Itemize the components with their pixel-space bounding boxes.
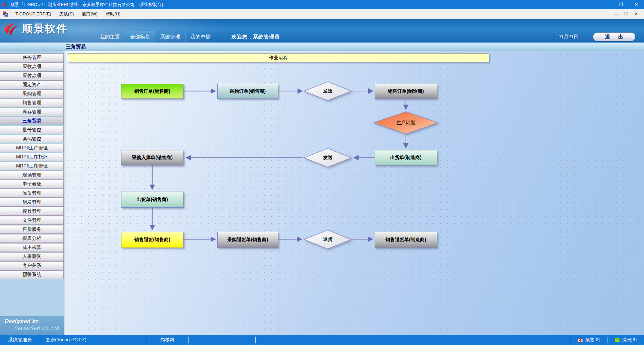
flow-node-sales-return-manufacturer[interactable]: 销售退货单(制造商) — [375, 232, 437, 248]
sidebar-item-17[interactable]: 模具管理 — [0, 207, 64, 216]
sidebar-item-24[interactable]: 预警系统 — [0, 270, 64, 279]
status-message[interactable]: 消息[9] — [607, 337, 644, 343]
company-text: CenterSoft Co.,Ltd. — [4, 326, 60, 331]
tab-all-modules[interactable]: 全部模块 — [125, 31, 155, 43]
flow-node-sales-order-seller[interactable]: 销售订单(销售商) — [121, 84, 183, 99]
sidebar-item-16[interactable]: 研发管理 — [0, 198, 64, 207]
tab-system-management[interactable]: 系统管理 — [155, 31, 185, 43]
sidebar-item-13[interactable]: 现场管理 — [0, 171, 64, 180]
flow-node-shipment-seller[interactable]: 出货单(销售商) — [121, 192, 183, 208]
sidebar-item-23[interactable]: 客户关系 — [0, 261, 64, 270]
sidebar-item-11[interactable]: MRPⅡ工序托外 — [0, 153, 64, 161]
alert-kit-icon — [578, 338, 583, 343]
status-network: 局域网 — [146, 337, 188, 343]
form-icon — [3, 11, 8, 17]
sidebar-item-1[interactable]: 应收款项 — [0, 62, 64, 71]
status-bar: 系统管理员 复杂(Young-PC:FZ) 局域网 预警[2] 消息[9] — [0, 335, 644, 345]
flow-diamond-return[interactable]: 退货 — [304, 230, 352, 249]
menu-item-tgroup-erp[interactable]: T-GROUP ERP(E) — [11, 9, 55, 19]
header-banner: 顺景软件 我的主页 全部模块 系统管理 我的单据 欢迎您，系统管理员 11月21… — [0, 19, 644, 43]
status-machine: 复杂(Young-PC:FZ) — [40, 337, 146, 343]
sidebar-item-10[interactable]: MRPⅡ生产管理 — [0, 144, 64, 152]
brand-swoosh-icon — [3, 22, 19, 36]
breadcrumb: 三角贸易 — [66, 44, 86, 50]
current-date: 11月21日 — [554, 33, 578, 41]
status-user: 系统管理员 — [0, 337, 40, 343]
title-bar: 顺景『T-GROUP』制造业ERP系统 - 东莞顺景软件科技有限公司 - [系统… — [0, 0, 644, 9]
message-envelope-icon — [614, 338, 620, 342]
sidebar-module-list: 账务管理应收款项应付款项固定资产采购管理销售管理库存管理三角贸易批号管控条码管控… — [0, 51, 64, 279]
menu-item-help[interactable]: 帮助(H) — [102, 9, 124, 19]
breadcrumb-bar: 三角贸易 — [0, 43, 644, 51]
flow-diamond-production-plan[interactable]: 生产计划 — [373, 111, 439, 134]
nav-tab-row: 我的主页 全部模块 系统管理 我的单据 欢迎您，系统管理员 11月21日 退 出 — [95, 31, 644, 43]
tab-my-home[interactable]: 我的主页 — [95, 31, 125, 43]
sidebar-item-19[interactable]: 售后服务 — [0, 225, 64, 234]
workflow-title-bar: 作业流程 — [68, 53, 489, 62]
close-icon[interactable]: ✕ — [629, 0, 644, 9]
menu-bar: T-GROUP ERP(E) 皮肤(S) 窗口(W) 帮助(H) — ❐ ✕ — [0, 9, 644, 19]
designed-by-text: Designed by — [4, 318, 60, 324]
menu-item-window[interactable]: 窗口(W) — [78, 9, 102, 19]
mdi-minimize-icon[interactable]: — — [611, 11, 621, 16]
sidebar-item-9[interactable]: 条码管控 — [0, 135, 64, 143]
sidebar: 账务管理应收款项应付款项固定资产采购管理销售管理库存管理三角贸易批号管控条码管控… — [0, 51, 64, 335]
flowchart-canvas: 作业流程 — [64, 51, 644, 335]
sidebar-item-3[interactable]: 固定资产 — [0, 80, 64, 89]
flow-node-purchase-return-seller[interactable]: 采购退货单(销售商) — [217, 232, 278, 248]
flow-node-purchase-receipt-seller[interactable]: 采购入库单(销售商) — [121, 150, 183, 165]
sidebar-item-8[interactable]: 批号管控 — [0, 126, 64, 134]
flow-diamond-send-1[interactable]: 发送 — [304, 81, 352, 101]
sidebar-item-14[interactable]: 电子看板 — [0, 180, 64, 189]
mdi-restore-icon[interactable]: ❐ — [621, 11, 631, 16]
brand-name: 顺景软件 — [22, 22, 68, 36]
sidebar-credit: Designed by CenterSoft Co.,Ltd. — [0, 316, 64, 335]
sidebar-item-18[interactable]: 文件管理 — [0, 216, 64, 225]
sidebar-item-15[interactable]: 品质管理 — [0, 189, 64, 198]
main-area: 账务管理应收款项应付款项固定资产采购管理销售管理库存管理三角贸易批号管控条码管控… — [0, 51, 644, 335]
sidebar-item-7[interactable]: 三角贸易 — [0, 117, 64, 125]
window-title: 顺景『T-GROUP』制造业ERP系统 - 东莞顺景软件科技有限公司 - [系统… — [10, 2, 598, 8]
flow-node-sales-return-seller[interactable]: 销售退货(销售商) — [121, 232, 183, 248]
welcome-text: 欢迎您，系统管理员 — [231, 31, 280, 43]
sidebar-item-4[interactable]: 采购管理 — [0, 89, 64, 98]
restore-icon[interactable]: ❐ — [613, 0, 629, 9]
brand-logo: 顺景软件 — [3, 22, 68, 36]
sidebar-item-22[interactable]: 人事薪资 — [0, 252, 64, 261]
sidebar-item-12[interactable]: MRPⅡ工序管理 — [0, 162, 64, 170]
flow-node-purchase-order-seller[interactable]: 采购订单(销售商) — [217, 84, 278, 99]
status-alert[interactable]: 预警[2] — [570, 337, 607, 343]
sidebar-item-0[interactable]: 账务管理 — [0, 53, 64, 62]
flow-node-sales-order-manufacturer[interactable]: 销售订单(制造商) — [375, 84, 437, 99]
tab-my-documents[interactable]: 我的单据 — [185, 31, 215, 43]
flow-diamond-send-2[interactable]: 发送 — [304, 148, 352, 167]
sidebar-item-21[interactable]: 成本核算 — [0, 243, 64, 252]
app-logo-icon — [2, 2, 8, 7]
mdi-close-icon[interactable]: ✕ — [631, 11, 641, 16]
sidebar-item-2[interactable]: 应付款项 — [0, 71, 64, 80]
flow-node-shipment-manufacturer[interactable]: 出货单(制造商) — [375, 150, 437, 165]
sidebar-item-5[interactable]: 销售管理 — [0, 98, 64, 107]
sidebar-item-20[interactable]: 报表分析 — [0, 234, 64, 243]
exit-button[interactable]: 退 出 — [593, 32, 635, 41]
sidebar-item-6[interactable]: 库存管理 — [0, 108, 64, 116]
menu-item-skin[interactable]: 皮肤(S) — [55, 9, 78, 19]
minimize-icon[interactable]: — — [598, 0, 613, 9]
